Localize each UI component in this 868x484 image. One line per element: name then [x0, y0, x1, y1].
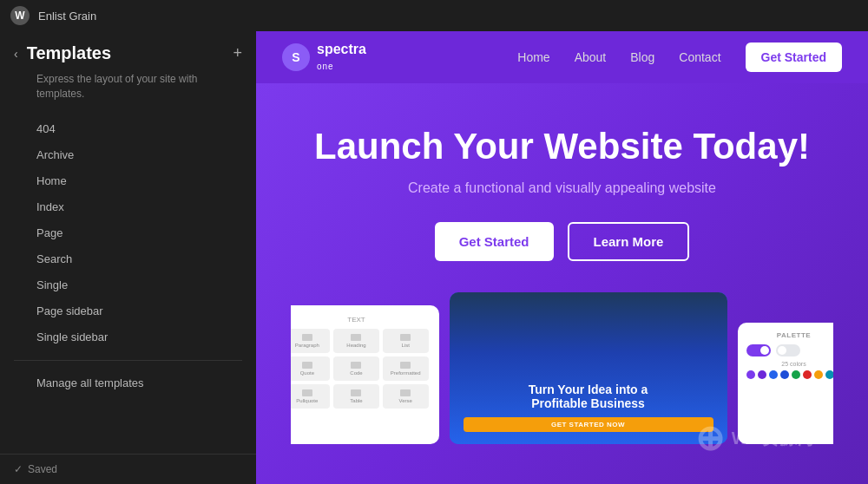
color-dot-1 — [746, 370, 755, 379]
wordpress-icon: W — [10, 6, 30, 25]
palette-colors-label: 25 colors — [746, 361, 834, 367]
site-name: Enlist Grain — [38, 10, 96, 23]
nav-link-about[interactable]: About — [575, 50, 607, 64]
site-navbar: S spectra one Home About Blog Contact Ge… — [256, 31, 868, 83]
sidebar-header: ‹ Templates + — [0, 31, 256, 69]
block-list: List — [383, 329, 429, 353]
hero-buttons: Get Started Learn More — [435, 222, 690, 261]
list-item[interactable]: Search — [36, 245, 256, 271]
palette-card-label: PALETTE — [746, 331, 834, 339]
watermark: ⊕ WP资源海 — [695, 418, 816, 458]
hero-primary-button[interactable]: Get Started — [435, 222, 554, 261]
sidebar-footer: ✓ Saved — [0, 454, 256, 484]
list-item[interactable]: 404 — [36, 115, 256, 141]
list-item[interactable]: Single sidebar — [36, 324, 256, 350]
hero-title: Launch Your Website Today! — [314, 125, 810, 168]
nav-link-blog[interactable]: Blog — [630, 50, 654, 64]
block-verse: Verse — [383, 384, 429, 409]
watermark-wp-icon: ⊕ — [695, 418, 725, 458]
toggle-on-icon[interactable] — [746, 344, 771, 356]
toggle-off-icon[interactable] — [776, 344, 800, 356]
preformatted-icon — [400, 362, 411, 369]
color-dot-4 — [780, 370, 789, 379]
editor-card: TEXT Paragraph Heading — [291, 305, 439, 444]
block-table: Table — [333, 384, 379, 409]
editor-card-label: TEXT — [291, 316, 429, 324]
verse-icon — [400, 389, 411, 396]
admin-bar: W Enlist Grain — [0, 0, 868, 31]
site-nav-links: Home About Blog Contact Get Started — [517, 43, 842, 72]
logo-text-block: spectra one — [317, 42, 366, 72]
block-pullquote: Pullquote — [291, 384, 330, 409]
heading-icon — [351, 334, 361, 341]
logo-name: spectra one — [317, 42, 366, 72]
block-heading: Heading — [333, 329, 379, 353]
editor-grid: Paragraph Heading List — [291, 329, 429, 409]
color-dot-5 — [792, 370, 800, 379]
navbar-cta-button[interactable]: Get Started — [746, 43, 842, 72]
color-dots — [746, 370, 834, 379]
watermark-text: WP资源海 — [732, 427, 816, 450]
nav-link-contact[interactable]: Contact — [679, 50, 720, 64]
logo-icon: S — [282, 43, 310, 71]
promo-card-title: Turn Your Idea into a Profitable Busines… — [464, 383, 713, 410]
sidebar-header-left: ‹ Templates — [14, 43, 111, 63]
list-item[interactable]: Archive — [36, 141, 256, 167]
site-logo: S spectra one — [282, 42, 366, 72]
nav-link-home[interactable]: Home — [517, 50, 549, 64]
quote-icon — [302, 362, 312, 369]
table-icon — [351, 389, 361, 396]
saved-label: Saved — [28, 463, 57, 475]
palette-toggle-row1 — [746, 344, 834, 356]
promo-card-image: Turn Your Idea into a Profitable Busines… — [450, 292, 727, 444]
paragraph-icon — [302, 334, 312, 341]
sidebar-description: Express the layout of your site with tem… — [0, 69, 256, 115]
pullquote-icon — [302, 389, 312, 396]
preview-area: S spectra one Home About Blog Contact Ge… — [256, 31, 868, 484]
code-icon — [351, 362, 361, 369]
manage-templates-link[interactable]: Manage all templates — [0, 371, 256, 395]
add-template-icon[interactable]: + — [233, 44, 242, 62]
color-dot-3 — [769, 370, 778, 379]
list-item[interactable]: Page — [36, 219, 256, 245]
hero-section: Launch Your Website Today! Create a func… — [256, 83, 868, 484]
block-paragraph: Paragraph — [291, 329, 330, 353]
color-dot-6 — [803, 370, 812, 379]
list-item[interactable]: Home — [36, 167, 256, 193]
list-icon — [400, 334, 411, 341]
color-dot-8 — [825, 370, 834, 379]
hero-outline-button[interactable]: Learn More — [568, 222, 690, 261]
list-item[interactable]: Index — [36, 193, 256, 219]
collapse-chevron-icon[interactable]: ‹ — [14, 47, 18, 61]
list-item[interactable]: Page sidebar — [36, 298, 256, 324]
website-preview: S spectra one Home About Blog Contact Ge… — [256, 31, 868, 484]
template-list: 404 Archive Home Index Page Search Singl… — [0, 115, 256, 350]
block-code: Code — [333, 356, 379, 381]
hero-subtitle: Create a functional and visually appeali… — [408, 180, 716, 196]
block-preformatted: Preformatted — [383, 356, 429, 381]
promo-card-button[interactable]: GET STARTED NOW — [464, 417, 713, 432]
main-area: ‹ Templates + Express the layout of your… — [0, 31, 868, 484]
color-dot-2 — [758, 370, 766, 379]
block-quote: Quote — [291, 356, 330, 381]
sidebar: ‹ Templates + Express the layout of your… — [0, 31, 256, 484]
sidebar-title: Templates — [27, 43, 111, 63]
saved-check-icon: ✓ — [14, 463, 23, 475]
list-item[interactable]: Single — [36, 271, 256, 298]
sidebar-divider — [14, 360, 242, 361]
color-dot-7 — [814, 370, 823, 379]
promo-card: Turn Your Idea into a Profitable Busines… — [450, 292, 727, 444]
